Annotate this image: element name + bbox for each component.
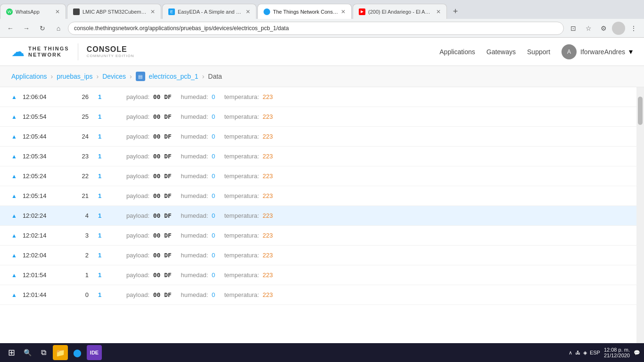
tab-close[interactable]: ✕: [246, 8, 250, 15]
tray-arrow[interactable]: ∧: [569, 350, 572, 356]
temperatura-label: temperatura:: [224, 212, 259, 219]
row-port: 1: [98, 93, 126, 100]
payload-label: payload:: [126, 173, 149, 180]
payload-label: payload:: [126, 133, 149, 140]
taskbar-taskview[interactable]: ⧉: [36, 345, 51, 360]
row-time: 12:05:24: [23, 173, 70, 180]
row-time: 12:05:44: [23, 133, 70, 140]
search-button[interactable]: 🔍: [21, 346, 34, 359]
table-row[interactable]: ▲ 12:01:44 0 1 payload: 00 DF humedad: 0…: [0, 285, 636, 305]
logo-network-text: THE THINGSNETWORK: [28, 46, 69, 57]
temperatura-value: 223: [263, 192, 273, 199]
main-content: ▲ 12:06:04 26 1 payload: 00 DF humedad: …: [0, 87, 644, 362]
table-row[interactable]: ▲ 12:02:04 2 1 payload: 00 DF humedad: 0…: [0, 246, 636, 265]
table-row[interactable]: ▲ 12:06:04 26 1 payload: 00 DF humedad: …: [0, 87, 636, 107]
row-port: 1: [98, 173, 126, 180]
row-counter: 1: [70, 272, 98, 279]
payload-value: 00 DF: [153, 272, 172, 279]
breadcrumb-devices[interactable]: Devices: [102, 73, 126, 80]
reload-button[interactable]: ↻: [36, 22, 49, 35]
tab-close[interactable]: ✕: [55, 8, 60, 15]
temperatura-value: 223: [263, 291, 273, 298]
tab-youtube[interactable]: ▶ (200) El Andariego - El Amor N... ✕: [353, 4, 447, 19]
profile-icon[interactable]: [612, 22, 625, 35]
tab-lmic[interactable]: LMIC ABP STM32Cubemx exa... ✕: [67, 4, 161, 19]
humedad-label: humedad:: [181, 113, 208, 120]
row-time: 12:02:04: [23, 252, 70, 259]
row-time: 12:01:54: [23, 272, 70, 279]
menu-icon[interactable]: ⋮: [627, 22, 640, 35]
humedad-label: humedad:: [181, 291, 208, 298]
table-row[interactable]: ▲ 12:05:24 22 1 payload: 00 DF humedad: …: [0, 166, 636, 186]
row-counter: 0: [70, 291, 98, 298]
breadcrumb-sep-1: ›: [51, 73, 53, 80]
payload-value: 00 DF: [153, 252, 172, 259]
nav-support[interactable]: Support: [527, 48, 550, 56]
row-counter: 21: [70, 192, 98, 199]
tab-close[interactable]: ✕: [150, 8, 155, 15]
breadcrumb-device-name[interactable]: electricos_pcb_1: [149, 73, 198, 80]
row-arrow-icon: ▲: [11, 213, 17, 219]
row-port: 1: [98, 272, 126, 279]
table-row[interactable]: ▲ 12:05:34 23 1 payload: 00 DF humedad: …: [0, 147, 636, 166]
notification-icon[interactable]: 💬: [634, 350, 640, 356]
breadcrumb-current: Data: [208, 73, 222, 80]
tab-label: EasyEDA - A Simple and Powe...: [178, 9, 243, 15]
breadcrumb-applications[interactable]: Applications: [11, 73, 47, 80]
tab-label: (200) El Andariego - El Amor N...: [368, 9, 433, 15]
forward-button[interactable]: →: [20, 22, 33, 35]
user-menu[interactable]: A IforwareAndres ▾: [561, 44, 633, 59]
nav-gateways[interactable]: Gateways: [487, 48, 516, 56]
temperatura-label: temperatura:: [224, 232, 259, 239]
humedad-label: humedad:: [181, 192, 208, 199]
row-port: 1: [98, 252, 126, 259]
system-tray: ∧ 🖧 ◈ ESP: [569, 350, 600, 356]
tray-dropbox[interactable]: ◈: [583, 350, 587, 356]
back-button[interactable]: ←: [4, 22, 17, 35]
row-arrow-icon: ▲: [11, 252, 17, 259]
row-arrow-icon: ▲: [11, 292, 17, 298]
row-arrow-icon: ▲: [11, 193, 17, 199]
tab-whatsapp[interactable]: W WhatsApp ✕: [0, 4, 66, 19]
time-display: 12:08 p. m.: [604, 347, 630, 353]
payload-value: 00 DF: [153, 192, 172, 199]
humedad-label: humedad:: [181, 93, 208, 100]
screenshot-icon[interactable]: ⊡: [567, 22, 580, 35]
row-arrow-icon: ▲: [11, 133, 17, 140]
row-payload: payload: 00 DF humedad: 0 temperatura: 2…: [126, 113, 625, 120]
breadcrumb-pruebas-ips[interactable]: pruebas_ips: [57, 73, 92, 80]
nav-applications[interactable]: Applications: [439, 48, 475, 56]
row-time: 12:02:14: [23, 232, 70, 239]
tab-label: The Things Network Console: [273, 9, 338, 15]
row-payload: payload: 00 DF humedad: 0 temperatura: 2…: [126, 212, 625, 219]
taskbar-ide[interactable]: IDE: [87, 345, 102, 360]
scrollbar[interactable]: [636, 87, 644, 362]
scrollbar-thumb[interactable]: [638, 97, 643, 125]
address-bar[interactable]: [68, 22, 564, 35]
table-row[interactable]: ▲ 12:05:44 24 1 payload: 00 DF humedad: …: [0, 127, 636, 147]
row-port: 1: [98, 212, 126, 219]
tab-ttn[interactable]: The Things Network Console ✕: [257, 4, 352, 19]
payload-value: 00 DF: [153, 212, 172, 219]
tab-close[interactable]: ✕: [341, 8, 346, 15]
bookmark-icon[interactable]: ☆: [582, 22, 595, 35]
taskbar-explorer[interactable]: 📁: [53, 345, 68, 360]
humedad-label: humedad:: [181, 173, 208, 180]
extensions-icon[interactable]: ⚙: [597, 22, 610, 35]
table-row[interactable]: ▲ 12:05:14 21 1 payload: 00 DF humedad: …: [0, 186, 636, 206]
table-row[interactable]: ▲ 12:05:54 25 1 payload: 00 DF humedad: …: [0, 107, 636, 127]
humedad-label: humedad:: [181, 232, 208, 239]
table-row[interactable]: ▲ 12:02:24 4 1 payload: 00 DF humedad: 0…: [0, 206, 636, 226]
start-button[interactable]: ⊞: [4, 345, 19, 360]
humedad-value: 0: [212, 153, 215, 160]
table-row[interactable]: ▲ 12:01:54 1 1 payload: 00 DF humedad: 0…: [0, 265, 636, 285]
humedad-label: humedad:: [181, 252, 208, 259]
tab-close[interactable]: ✕: [436, 8, 441, 15]
row-payload: payload: 00 DF humedad: 0 temperatura: 2…: [126, 291, 625, 298]
new-tab-button[interactable]: +: [448, 4, 463, 19]
home-button[interactable]: ⌂: [52, 22, 65, 35]
tab-easyeda[interactable]: E EasyEDA - A Simple and Powe... ✕: [162, 4, 256, 19]
tray-network[interactable]: 🖧: [575, 350, 580, 355]
taskbar-chrome[interactable]: ⬤: [70, 345, 85, 360]
table-row[interactable]: ▲ 12:02:14 3 1 payload: 00 DF humedad: 0…: [0, 226, 636, 246]
